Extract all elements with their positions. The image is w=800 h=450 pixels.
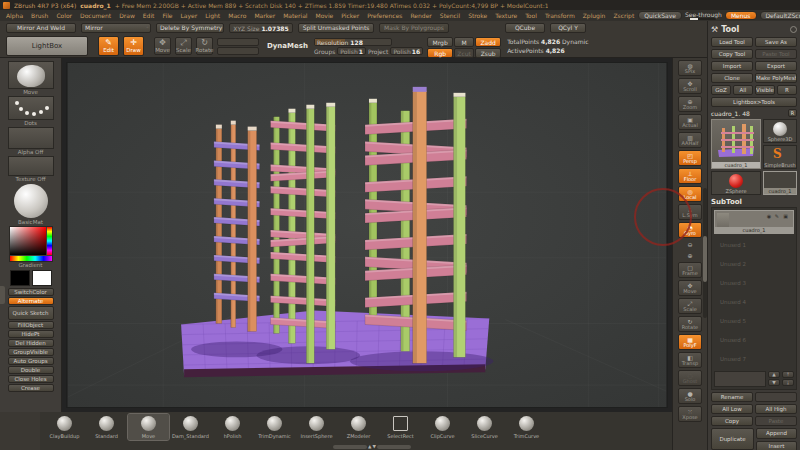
gyro-shelf-button[interactable]: ◔Gyro	[678, 222, 702, 238]
all-high-button[interactable]: All High	[755, 404, 797, 414]
zadd-button[interactable]: Zadd	[475, 37, 501, 47]
viewport-3d[interactable]	[66, 62, 668, 408]
z-intensity-slider[interactable]	[217, 47, 259, 55]
xpose-shelf-button[interactable]: ⁙Xpose	[678, 406, 702, 422]
brush-trimdynamic[interactable]: TrimDynamic	[254, 414, 295, 440]
subtool-slot-unused-5[interactable]: Unused 5	[712, 312, 796, 331]
menu-tool[interactable]: Tool	[521, 12, 541, 19]
polish-slider-2[interactable]: Polish16	[390, 47, 423, 55]
qcube-button[interactable]: QCube	[505, 23, 545, 33]
menu-brush[interactable]: Brush	[27, 12, 52, 19]
import-button[interactable]: Import	[711, 61, 753, 71]
export-button[interactable]: Export	[755, 61, 797, 71]
tray-scroll-down-icon[interactable]: ▼	[372, 444, 375, 449]
save-as-button[interactable]: Save As	[755, 37, 797, 47]
goz-button[interactable]: GoZ	[711, 85, 731, 95]
draw-mode-button[interactable]: ✛ Draw	[123, 36, 144, 56]
menu-stroke[interactable]: Stroke	[464, 12, 491, 19]
solo-shelf-button[interactable]: ●Solo	[678, 388, 702, 404]
aahalf-shelf-button[interactable]: ▥AAHalf	[678, 132, 702, 148]
active-tool-thumbnail[interactable]: cuadro_1	[711, 119, 761, 169]
palette-pin-icon[interactable]	[790, 26, 797, 33]
sidebar-button-auto-groups[interactable]: Auto Groups	[8, 357, 54, 365]
make-polymesh3d-button[interactable]: Make PolyMesh3D	[755, 73, 797, 83]
zoom-shelf-button[interactable]: ⊕Zoom	[678, 96, 702, 112]
sidebar-button-fillobject[interactable]: FillObject	[8, 321, 54, 329]
xyz-size-slider[interactable]: XYZ Size 1.07385	[229, 23, 293, 33]
lightbox-button[interactable]: LightBox	[6, 36, 88, 56]
floor-shelf-button[interactable]: ⊥Floor	[678, 168, 702, 184]
menu-stencil[interactable]: Stencil	[436, 12, 464, 19]
sidebar-button-close-holes[interactable]: Close Holes	[8, 375, 54, 383]
copy-tool-button[interactable]: Copy Tool	[711, 49, 753, 59]
r-button[interactable]: R	[777, 85, 797, 95]
menu-transform[interactable]: Transform	[541, 12, 579, 19]
brush-selectrect[interactable]: SelectRect	[380, 414, 421, 440]
polish-slider-1[interactable]: Polish1	[337, 47, 366, 55]
see-through-track[interactable]	[690, 18, 716, 20]
menu-zplugin[interactable]: Zplugin	[579, 12, 610, 19]
append-button[interactable]: Append	[756, 428, 797, 439]
brush-hpolish[interactable]: hPolish	[212, 414, 253, 440]
menu-layer[interactable]: Layer	[177, 12, 202, 19]
sphere3d-tool[interactable]: Sphere3D	[763, 119, 797, 143]
project-toggle[interactable]: Project	[368, 48, 389, 55]
menu-movie[interactable]: Movie	[312, 12, 338, 19]
all-button[interactable]: All	[733, 85, 753, 95]
subtool-slot-unused-2[interactable]: Unused 2	[712, 255, 796, 274]
persp-shelf-button[interactable]: ◰Persp	[678, 150, 702, 166]
m-button[interactable]: M	[454, 37, 474, 47]
subtool-slot-unused-1[interactable]: Unused 1	[712, 236, 796, 255]
brush-zmodeler[interactable]: ZModeler	[338, 414, 379, 440]
subtool-slot-unused-4[interactable]: Unused 4	[712, 293, 796, 312]
scale-mode-button[interactable]: ⤢ Scale	[175, 37, 192, 55]
lsym-shelf-button[interactable]: ∴L.Sym	[678, 204, 702, 220]
r-button[interactable]: R	[788, 109, 797, 117]
primary-color-swatch[interactable]	[10, 270, 30, 286]
current-brush-thumbnail[interactable]	[8, 61, 54, 89]
paintbrush-icon[interactable]: ✎	[775, 213, 779, 219]
brush-slicecurve[interactable]: SliceCurve	[464, 414, 505, 440]
left-divider-grip[interactable]	[0, 286, 5, 304]
menu-draw[interactable]: Draw	[115, 12, 139, 19]
transp-shelf-button[interactable]: ◧Transp	[678, 352, 702, 368]
subtool-slot-unused-3[interactable]: Unused 3	[712, 274, 796, 293]
sidebar-button-double[interactable]: Double	[8, 366, 54, 374]
subtool-item-active[interactable]: ◉ ✎ ▣ cuadro_1	[714, 210, 794, 234]
brush-trimcurve[interactable]: TrimCurve	[506, 414, 547, 440]
copy-button[interactable]: Copy	[711, 416, 753, 426]
insert-button[interactable]: Insert	[756, 441, 797, 450]
menu-preferences[interactable]: Preferences	[363, 12, 406, 19]
focal-shift-slider[interactable]	[217, 38, 259, 46]
menu-light[interactable]: Light	[201, 12, 224, 19]
mask-by-polygroups-button[interactable]: Mask By Polygroups	[379, 23, 449, 33]
polyf-shelf-button[interactable]: ▦PolyF	[678, 334, 702, 350]
edit-mode-button[interactable]: ✎ Edit	[98, 36, 119, 56]
subtool-up-button[interactable]: ▲	[768, 371, 780, 378]
menu-edit[interactable]: Edit	[139, 12, 159, 19]
move-shelf-button[interactable]: ✥Move	[678, 280, 702, 296]
mirror-dropdown[interactable]: Mirror	[81, 23, 151, 33]
sidebar-button-crease[interactable]: Crease	[8, 384, 54, 392]
scroll-shelf-button[interactable]: ✥Scroll	[678, 78, 702, 94]
stroke-thumbnail[interactable]	[8, 96, 54, 120]
delete-by-symmetry-dropdown[interactable]: Delete By Symmetry	[156, 23, 224, 33]
spix-shelf-button[interactable]: ◍SPix	[678, 60, 702, 76]
zcut-button[interactable]: Zcut	[454, 48, 474, 58]
scale-shelf-button[interactable]: ⤢Scale	[678, 298, 702, 314]
menu-render[interactable]: Render	[406, 12, 435, 19]
resolution-slider[interactable]: Resolution 128	[314, 38, 392, 46]
sculpt-icon[interactable]: ▣	[783, 213, 788, 219]
zoom-shelf-button[interactable]: ⊕	[678, 251, 702, 260]
subtool-slot-unused-7[interactable]: Unused 7	[712, 350, 796, 369]
alpha-thumbnail[interactable]	[8, 127, 54, 149]
all-low-button[interactable]: All Low	[711, 404, 753, 414]
texture-thumbnail[interactable]	[8, 156, 54, 176]
menu-texture[interactable]: Texture	[491, 12, 521, 19]
sidebar-button-alternate[interactable]: Alternate	[8, 297, 54, 305]
brush-insertsphere[interactable]: InsertSphere	[296, 414, 337, 440]
see-through-slider[interactable]: See-through	[685, 12, 722, 20]
tray-scroll-track-right[interactable]	[377, 445, 411, 449]
qcyl-button[interactable]: QCyl Y	[550, 23, 586, 33]
lightbox-tools-button[interactable]: Lightbox>Tools	[711, 97, 797, 107]
